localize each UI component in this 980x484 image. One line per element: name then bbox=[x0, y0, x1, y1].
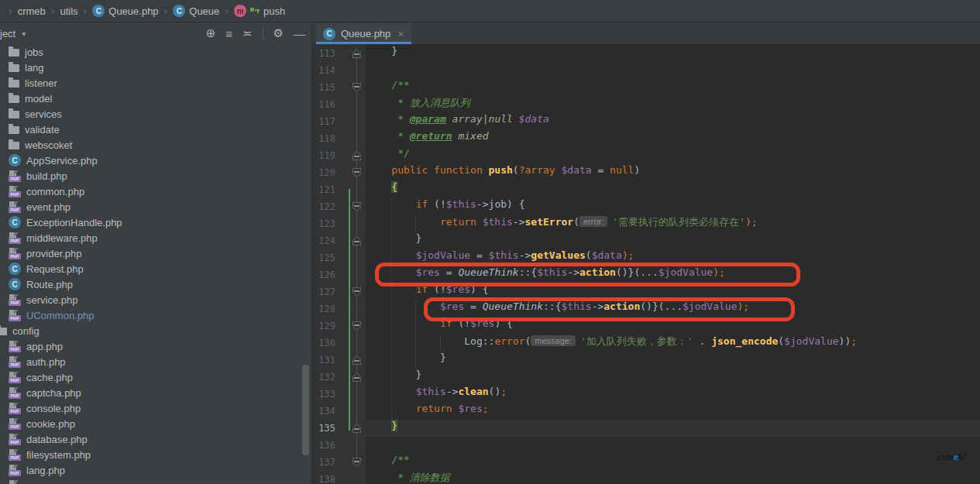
breadcrumb-item-utils[interactable]: utils bbox=[60, 5, 77, 17]
tree-item-clipped[interactable]: PHP bbox=[0, 478, 311, 484]
gutter-row: 120 bbox=[312, 164, 366, 181]
folder-icon bbox=[9, 111, 19, 118]
breadcrumb-item-label: Queue.php bbox=[108, 5, 158, 17]
tree-item-services[interactable]: services bbox=[0, 106, 311, 122]
tree-item-lang[interactable]: lang bbox=[0, 60, 311, 75]
collapse-all-icon[interactable]: ≡ bbox=[225, 27, 232, 40]
editor[interactable]: 1131141151161171181191201211221231241251… bbox=[312, 44, 980, 484]
tree-item-model[interactable]: model bbox=[0, 91, 311, 106]
tree-item-build-php[interactable]: PHPbuild.php bbox=[0, 168, 311, 184]
tree-item-captcha-php[interactable]: PHPcaptcha.php bbox=[0, 385, 311, 400]
fold-marker-icon[interactable] bbox=[352, 458, 361, 467]
line-number: 123 bbox=[315, 218, 335, 229]
tree-item-event-php[interactable]: PHPevent.php bbox=[0, 199, 311, 215]
line-number: 134 bbox=[315, 406, 335, 417]
tree-item-common-php[interactable]: PHPcommon.php bbox=[0, 184, 311, 199]
tree-item-lang-php[interactable]: PHPlang.php bbox=[0, 462, 311, 478]
locate-icon[interactable]: ⊕ bbox=[206, 26, 216, 40]
ide-window: ›crmeb›utils›CQueue.php›CQueue›mpush jec… bbox=[0, 0, 980, 484]
fold-marker-icon[interactable] bbox=[352, 83, 361, 92]
gutter-row: 129 bbox=[312, 318, 366, 335]
tree-item-label: lang.php bbox=[26, 465, 65, 476]
code-line: } bbox=[366, 369, 980, 386]
tree-item-auth-php[interactable]: PHPauth.php bbox=[0, 354, 311, 369]
breadcrumb-separator-icon: › bbox=[164, 5, 168, 17]
gutter-row: 117 bbox=[312, 113, 366, 130]
tree-item-webscoket[interactable]: webscoket bbox=[0, 137, 311, 153]
tree-item-request-php[interactable]: CRequest.php bbox=[0, 261, 311, 276]
fold-marker-icon[interactable] bbox=[352, 168, 361, 177]
code-line: } bbox=[366, 352, 980, 369]
breadcrumb-item-label: push bbox=[263, 5, 285, 17]
gutter-row: 130 bbox=[312, 335, 366, 352]
code-line bbox=[366, 437, 980, 454]
minimize-icon[interactable]: — bbox=[294, 27, 305, 40]
fold-marker-icon[interactable] bbox=[352, 151, 361, 160]
tree-item-config[interactable]: config bbox=[0, 323, 311, 338]
line-number: 138 bbox=[315, 474, 335, 484]
line-number: 127 bbox=[315, 287, 335, 297]
fold-marker-icon[interactable] bbox=[352, 202, 361, 211]
php-file-icon: PHP bbox=[9, 465, 21, 476]
tree-item-cookie-php[interactable]: PHPcookie.php bbox=[0, 416, 311, 431]
tree-item-filesystem-php[interactable]: PHPfilesystem.php bbox=[0, 447, 311, 462]
fold-marker-icon[interactable] bbox=[352, 355, 361, 365]
breadcrumb-item-queue[interactable]: CQueue bbox=[173, 5, 219, 17]
line-number: 115 bbox=[315, 82, 335, 93]
tree-item-exceptionhandle-php[interactable]: CExceptionHandle.php bbox=[0, 215, 311, 230]
tree-item-label: cache.php bbox=[26, 372, 73, 383]
chevron-down-icon: ▾ bbox=[22, 29, 26, 38]
fold-marker-icon[interactable] bbox=[352, 321, 361, 331]
php-file-icon: PHP bbox=[9, 403, 21, 414]
expand-collapse-icon[interactable]: ≍ bbox=[242, 26, 253, 40]
project-tree: jobslanglistenermodelservicesvalidateweb… bbox=[0, 44, 311, 484]
tab-close-icon[interactable]: × bbox=[397, 29, 404, 39]
gutter-row: 135 bbox=[312, 420, 366, 437]
tree-item-middleware-php[interactable]: PHPmiddleware.php bbox=[0, 230, 311, 245]
fold-marker-icon[interactable] bbox=[352, 424, 361, 433]
tree-item-label: cookie.php bbox=[26, 418, 75, 430]
breadcrumb-item-push[interactable]: mpush bbox=[234, 5, 285, 17]
tree-item-jobs[interactable]: jobs bbox=[0, 44, 311, 60]
fold-marker-icon[interactable] bbox=[352, 49, 361, 58]
gutter-row: 124 bbox=[312, 232, 366, 249]
fold-marker-icon[interactable] bbox=[352, 372, 361, 382]
editor-tab-bar: CQueue.php× bbox=[312, 22, 980, 44]
tree-item-service-php[interactable]: PHPservice.php bbox=[0, 292, 311, 307]
gutter-row: 127 bbox=[312, 283, 366, 300]
tree-item-database-php[interactable]: PHPdatabase.php bbox=[0, 431, 311, 447]
breadcrumb-item-label: Queue bbox=[189, 5, 219, 17]
php-file-icon: PHP bbox=[9, 387, 21, 399]
line-number: 125 bbox=[315, 252, 335, 263]
gutter-row: 123 bbox=[312, 215, 366, 232]
line-number: 128 bbox=[315, 304, 335, 314]
tree-item-listener[interactable]: listener bbox=[0, 75, 311, 91]
fold-marker-icon[interactable] bbox=[352, 236, 361, 245]
class-icon: C bbox=[92, 5, 105, 17]
line-number: 136 bbox=[315, 440, 335, 451]
tab-queue-php[interactable]: CQueue.php× bbox=[316, 23, 411, 44]
settings-icon[interactable]: ⚙ bbox=[273, 26, 284, 40]
tree-item-label: ExceptionHandle.php bbox=[26, 217, 122, 228]
tree-item-appservice-php[interactable]: CAppService.php bbox=[0, 153, 311, 168]
code-line: /** bbox=[366, 454, 980, 471]
tree-item-ucommon-php[interactable]: PHPUCommon.php bbox=[0, 307, 311, 323]
tree-item-provider-php[interactable]: PHPprovider.php bbox=[0, 245, 311, 261]
code-line: * 放入消息队列 bbox=[366, 96, 980, 113]
gutter-row: 116 bbox=[312, 96, 366, 113]
tree-item-route-php[interactable]: CRoute.php bbox=[0, 276, 311, 292]
breadcrumb-item-crmeb[interactable]: crmeb bbox=[18, 5, 46, 17]
breadcrumb-item-queue-php[interactable]: CQueue.php bbox=[92, 5, 158, 17]
tree-item-console-php[interactable]: PHPconsole.php bbox=[0, 400, 311, 416]
tree-item-cache-php[interactable]: PHPcache.php bbox=[0, 369, 311, 385]
tree-item-label: common.php bbox=[26, 186, 84, 197]
code-area[interactable]: crṁeb® } /** * 放入消息队列 * @param array|nul… bbox=[366, 44, 980, 484]
class-icon: C bbox=[9, 278, 21, 290]
line-number: 133 bbox=[315, 389, 335, 400]
fold-marker-icon[interactable] bbox=[352, 287, 361, 297]
tree-item-validate[interactable]: validate bbox=[0, 122, 311, 137]
php-file-icon: PHP bbox=[9, 434, 21, 445]
project-panel-title[interactable]: ject ▾ bbox=[0, 28, 26, 39]
tree-item-app-php[interactable]: PHPapp.php bbox=[0, 338, 311, 354]
tree-scrollbar[interactable] bbox=[302, 365, 309, 455]
